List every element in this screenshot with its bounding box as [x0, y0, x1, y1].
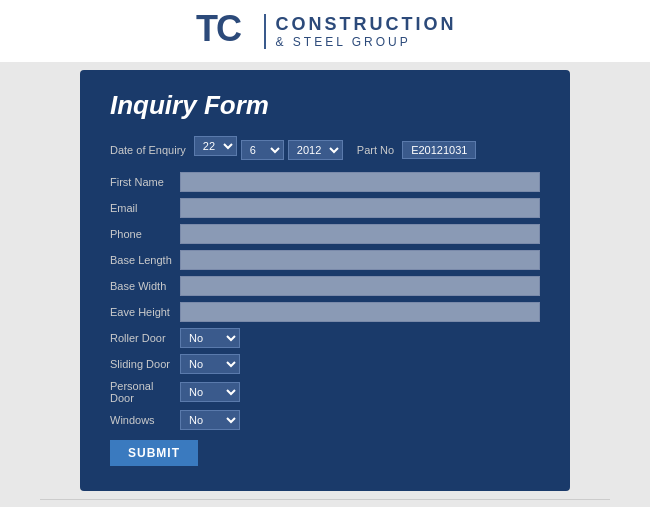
footer: Terms and Conditions | Privacy Policy Co… [40, 499, 610, 507]
date-row: Date of Enquiry 22 1234 5678 9101112 131… [110, 136, 540, 164]
year-select[interactable]: 2012 201120132014 [288, 140, 343, 160]
base-width-row: Base Width [110, 276, 540, 296]
svg-text:T: T [196, 9, 218, 49]
part-label: Part No [357, 144, 394, 156]
email-input[interactable] [180, 198, 540, 218]
windows-select[interactable]: NoYes12 [180, 410, 240, 430]
personal-door-select[interactable]: NoYes12 [180, 382, 240, 402]
first-name-input[interactable] [180, 172, 540, 192]
main-container: Inquiry Form Date of Enquiry 22 1234 567… [80, 70, 570, 491]
base-width-input[interactable] [180, 276, 540, 296]
personal-door-row: Personal Door NoYes12 [110, 380, 540, 404]
windows-label: Windows [110, 414, 180, 426]
phone-input[interactable] [180, 224, 540, 244]
submit-row: SUBMIT [110, 440, 540, 466]
form-title: Inquiry Form [110, 90, 540, 121]
email-label: Email [110, 202, 180, 214]
eave-height-row: Eave Height [110, 302, 540, 322]
logo-container: T C CONSTRUCTION & STEEL GROUP [194, 9, 457, 53]
personal-door-label: Personal Door [110, 380, 180, 404]
first-name-label: First Name [110, 176, 180, 188]
base-length-input[interactable] [180, 250, 540, 270]
roller-door-select[interactable]: NoYes12 [180, 328, 240, 348]
eave-height-label: Eave Height [110, 306, 180, 318]
logo-steel: & STEEL GROUP [276, 35, 457, 49]
logo-construction: CONSTRUCTION [276, 14, 457, 35]
email-row: Email [110, 198, 540, 218]
roller-door-label: Roller Door [110, 332, 180, 344]
date-label: Date of Enquiry [110, 144, 186, 156]
first-name-row: First Name [110, 172, 540, 192]
month-select[interactable]: 6 1234 5789 101112 [241, 140, 284, 160]
day-select[interactable]: 22 1234 5678 9101112 13141516 17181920 2… [194, 136, 237, 156]
header: T C CONSTRUCTION & STEEL GROUP [0, 0, 650, 62]
eave-height-input[interactable] [180, 302, 540, 322]
logo-icon: T C [194, 9, 254, 53]
windows-row: Windows NoYes12 [110, 410, 540, 430]
phone-label: Phone [110, 228, 180, 240]
base-width-label: Base Width [110, 280, 180, 292]
phone-row: Phone [110, 224, 540, 244]
sliding-door-select[interactable]: NoYes12 [180, 354, 240, 374]
logo-text: CONSTRUCTION & STEEL GROUP [264, 14, 457, 49]
svg-text:C: C [216, 9, 242, 49]
sliding-door-label: Sliding Door [110, 358, 180, 370]
submit-button[interactable]: SUBMIT [110, 440, 198, 466]
base-length-row: Base Length [110, 250, 540, 270]
roller-door-row: Roller Door NoYes12 [110, 328, 540, 348]
sliding-door-row: Sliding Door NoYes12 [110, 354, 540, 374]
base-length-label: Base Length [110, 254, 180, 266]
part-no-value: E20121031 [402, 141, 476, 159]
